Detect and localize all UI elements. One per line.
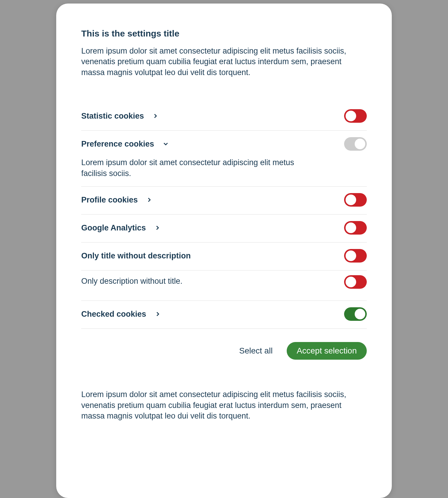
chevron-right-icon — [153, 113, 158, 119]
settings-description: Lorem ipsum dolor sit amet consectetur a… — [81, 46, 367, 78]
cookie-title: Profile cookies — [81, 195, 138, 205]
chevron-right-icon — [155, 311, 160, 317]
cookie-row-toggle-expand[interactable]: Checked cookies — [81, 310, 160, 319]
cookie-settings-modal: This is the settings title Lorem ipsum d… — [56, 4, 392, 498]
cookie-row-only-description: Only description without title. — [81, 270, 367, 301]
cookie-description: Only description without title. — [81, 276, 182, 286]
cookie-row-statistic: Statistic cookies — [81, 103, 367, 131]
toggle-google-analytics[interactable] — [344, 221, 367, 235]
toggle-knob — [355, 309, 365, 319]
chevron-right-icon — [147, 197, 152, 202]
toggle-knob — [355, 139, 365, 149]
cookie-description: Lorem ipsum dolor sit amet consectetur a… — [81, 157, 317, 179]
cookie-row-only-title: Only title without description — [81, 243, 367, 270]
cookie-title: Google Analytics — [81, 223, 146, 233]
toggle-knob — [346, 223, 356, 233]
cookie-row-toggle-expand[interactable]: Preference cookies — [81, 140, 168, 149]
chevron-down-icon — [163, 141, 168, 147]
toggle-statistic-cookies[interactable] — [344, 109, 367, 123]
select-all-button[interactable]: Select all — [234, 343, 278, 358]
toggle-knob — [346, 111, 356, 121]
cookie-row-toggle-expand[interactable]: Statistic cookies — [81, 112, 158, 121]
cookie-title: Checked cookies — [81, 310, 146, 319]
toggle-knob — [346, 250, 356, 261]
footer-text: Lorem ipsum dolor sit amet consectetur a… — [81, 389, 367, 421]
cookie-title: Statistic cookies — [81, 112, 144, 121]
toggle-checked-cookies[interactable] — [344, 307, 367, 321]
accept-selection-button[interactable]: Accept selection — [287, 342, 367, 360]
toggle-only-description[interactable] — [344, 275, 367, 289]
toggle-preference-cookies[interactable] — [344, 137, 367, 151]
cookie-list: Statistic cookies Preference cookies — [81, 103, 367, 329]
actions-row: Select all Accept selection — [81, 342, 367, 360]
cookie-row-preference: Preference cookies Lorem ipsum dolor sit… — [81, 131, 367, 187]
cookie-row-checked: Checked cookies — [81, 301, 367, 329]
cookie-row-toggle-expand[interactable]: Profile cookies — [81, 195, 152, 205]
cookie-row-google-analytics: Google Analytics — [81, 215, 367, 243]
cookie-row-toggle-expand[interactable]: Google Analytics — [81, 223, 160, 233]
toggle-profile-cookies[interactable] — [344, 193, 367, 207]
settings-title: This is the settings title — [81, 29, 367, 39]
toggle-knob — [346, 277, 356, 287]
toggle-knob — [346, 195, 356, 205]
cookie-title: Preference cookies — [81, 140, 154, 149]
toggle-only-title[interactable] — [344, 249, 367, 263]
chevron-right-icon — [155, 225, 160, 230]
cookie-row-profile: Profile cookies — [81, 187, 367, 215]
cookie-title: Only title without description — [81, 251, 191, 260]
